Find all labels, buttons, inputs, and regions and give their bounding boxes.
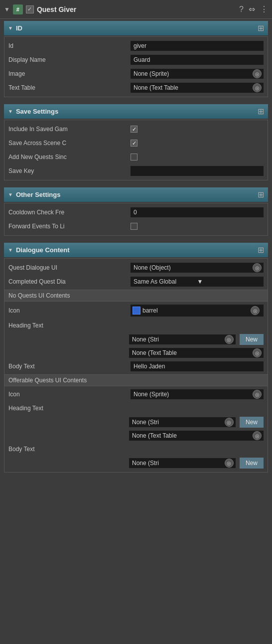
- forward-events-checkbox[interactable]: [131, 223, 137, 230]
- none-text-table-1-select-btn[interactable]: ◎: [253, 348, 262, 357]
- display-name-label: Display Name: [8, 56, 131, 63]
- save-settings-section-header[interactable]: ▼ Save Settings ⊞: [4, 104, 268, 119]
- include-saved-checkbox[interactable]: [131, 126, 137, 133]
- body-text1-row: Body Text: [4, 359, 268, 373]
- none-stri-2-text: None (Stri: [129, 417, 225, 427]
- other-settings-section-wrapper: ▼ Other Settings ⊞ Cooldown Check Fre Fo…: [0, 185, 272, 238]
- none-stri-3-select-btn[interactable]: ◎: [225, 459, 234, 468]
- text-table-select-btn[interactable]: ◎: [253, 83, 262, 92]
- save-key-input[interactable]: [131, 166, 264, 176]
- save-across-label: Save Across Scene C: [8, 140, 131, 147]
- save-settings-content: Include In Saved Gam Save Across Scene C…: [4, 120, 268, 180]
- icon2-label: Icon: [8, 391, 131, 398]
- completed-quest-dropdown[interactable]: Same As Global ▼: [131, 277, 264, 287]
- none-text-table-2-text: None (Text Table: [129, 431, 253, 441]
- none-text-table-2-select-btn[interactable]: ◎: [253, 431, 262, 440]
- dialogue-content-title: Dialogue Content: [16, 246, 258, 254]
- component-title: Quest Giver: [37, 5, 236, 13]
- text-table-label: Text Table: [8, 84, 131, 91]
- id-field-row: Id: [4, 39, 268, 53]
- quest-dialogue-select-btn[interactable]: ◎: [253, 263, 262, 272]
- component-icon: #: [13, 4, 23, 14]
- more-icon[interactable]: ⋮: [260, 4, 268, 14]
- none-text-table-1-text: None (Text Table: [129, 348, 253, 358]
- id-section-expand-icon[interactable]: ⊞: [258, 23, 264, 33]
- save-settings-title: Save Settings: [16, 108, 258, 115]
- help-icon[interactable]: ?: [239, 5, 244, 14]
- body-text1-label: Body Text: [8, 363, 131, 370]
- save-settings-expand-icon[interactable]: ⊞: [258, 107, 264, 116]
- completed-quest-label: Completed Quest Dia: [8, 278, 131, 285]
- collapse-arrow-icon[interactable]: ▼: [4, 6, 10, 13]
- completed-quest-value: Same As Global ▼: [131, 277, 264, 287]
- save-across-value: [131, 140, 264, 147]
- none-text-table-2-container: None (Text Table ◎: [129, 431, 264, 441]
- other-settings-expand-icon[interactable]: ⊞: [258, 190, 264, 199]
- none-stri-1-select-btn[interactable]: ◎: [225, 335, 234, 344]
- display-name-input[interactable]: [131, 55, 264, 65]
- cooldown-label: Cooldown Check Fre: [8, 209, 131, 216]
- completed-quest-dropdown-text: Same As Global: [134, 278, 197, 285]
- add-new-quests-label: Add New Quests Sinc: [8, 154, 131, 161]
- other-settings-title: Other Settings: [16, 191, 258, 198]
- icon1-select-btn[interactable]: ◎: [251, 306, 260, 315]
- save-key-row: Save Key: [4, 164, 268, 178]
- dialogue-content-section-header[interactable]: ▼ Dialogue Content ⊞: [4, 243, 268, 257]
- other-settings-section-header[interactable]: ▼ Other Settings ⊞: [4, 187, 268, 202]
- icon2-value: None (Sprite) ◎: [131, 389, 264, 399]
- image-value-text: None (Sprite): [131, 69, 253, 79]
- none-text-table-2-selector: None (Text Table ◎: [129, 431, 264, 441]
- image-label: Image: [8, 70, 131, 77]
- none-stri-3-text: None (Stri: [129, 458, 225, 468]
- cooldown-input[interactable]: [131, 207, 264, 217]
- heading-text2-label: Heading Text: [8, 405, 131, 412]
- quest-dialogue-selector: None (Object) ◎: [131, 263, 264, 273]
- icon1-row: Icon barrel ◎: [4, 303, 268, 319]
- completed-quest-row: Completed Quest Dia Same As Global ▼: [4, 275, 268, 289]
- add-new-quests-value: [131, 154, 264, 161]
- dialogue-content-section-wrapper: ▼ Dialogue Content ⊞ Quest Dialogue UI N…: [0, 241, 272, 475]
- image-select-btn[interactable]: ◎: [253, 69, 262, 78]
- quest-dialogue-text: None (Object): [131, 263, 253, 273]
- add-new-quests-checkbox[interactable]: [131, 154, 137, 161]
- none-text-table-1-selector: None (Text Table ◎: [129, 348, 264, 358]
- save-key-value: [131, 166, 264, 176]
- new-button-2[interactable]: New: [240, 417, 264, 428]
- icon2-row: Icon None (Sprite) ◎: [4, 387, 268, 401]
- id-value-field: [131, 41, 264, 51]
- save-across-row: Save Across Scene C: [4, 136, 268, 150]
- new-button-1[interactable]: New: [240, 334, 264, 345]
- none-stri-1-row: None (Stri ◎ New: [4, 332, 268, 346]
- id-section-title: ID: [16, 24, 258, 32]
- quest-dialogue-ui-value: None (Object) ◎: [131, 263, 264, 273]
- new-button-3[interactable]: New: [240, 458, 264, 469]
- heading-text2-row: Heading Text: [4, 401, 268, 415]
- dialogue-content-expand-icon[interactable]: ⊞: [258, 245, 264, 255]
- none-stri-3-selector: None (Stri ◎: [129, 458, 236, 468]
- id-section-arrow: ▼: [8, 25, 13, 31]
- forward-events-value: [131, 223, 264, 230]
- text-table-value-text: None (Text Table: [131, 83, 253, 93]
- icon2-text: None (Sprite): [131, 389, 253, 399]
- body-text2-row: Body Text: [4, 442, 268, 456]
- image-value-field: None (Sprite) ◎: [131, 69, 264, 79]
- save-across-checkbox[interactable]: [131, 140, 137, 147]
- none-stri-1-container: None (Stri ◎ New: [129, 334, 264, 345]
- display-name-field-row: Display Name: [4, 53, 268, 67]
- settings-icon[interactable]: ⇔: [249, 4, 255, 14]
- icon2-select-btn[interactable]: ◎: [253, 390, 262, 399]
- none-stri-2-selector: None (Stri ◎: [129, 417, 236, 427]
- add-new-quests-row: Add New Quests Sinc: [4, 150, 268, 164]
- cooldown-value: [131, 207, 264, 217]
- id-section-header[interactable]: ▼ ID ⊞: [4, 21, 268, 35]
- id-input[interactable]: [131, 41, 264, 51]
- body-text1-input[interactable]: [131, 361, 264, 371]
- enable-checkbox[interactable]: ✓: [26, 5, 34, 13]
- save-settings-arrow: ▼: [8, 109, 13, 114]
- body-text2-label: Body Text: [8, 446, 131, 453]
- other-settings-arrow: ▼: [8, 192, 13, 197]
- text-table-value-field: None (Text Table ◎: [131, 83, 264, 93]
- save-settings-section-wrapper: ▼ Save Settings ⊞ Include In Saved Gam S…: [0, 102, 272, 182]
- quest-dialogue-ui-row: Quest Dialogue UI None (Object) ◎: [4, 261, 268, 275]
- none-stri-2-select-btn[interactable]: ◎: [225, 418, 234, 427]
